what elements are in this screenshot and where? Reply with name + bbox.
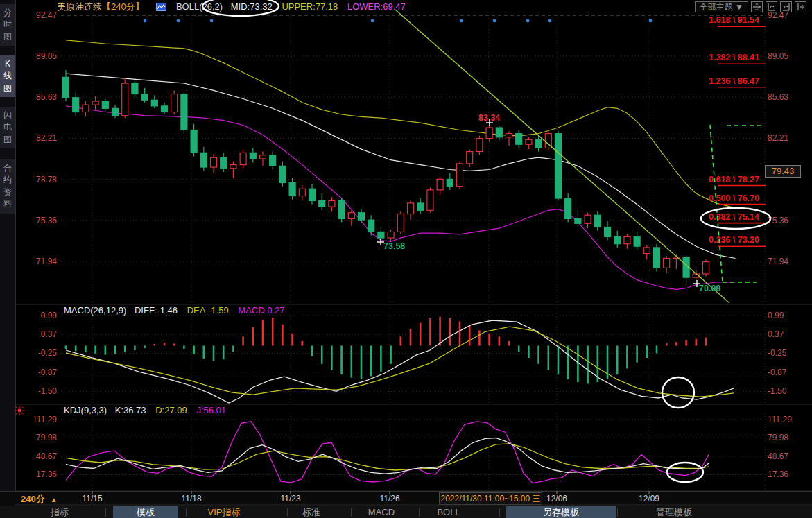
trading-terminal: 分时图K线图闪电图合约资料 美原油连续【240分】 BOLL(26,2) MID… xyxy=(0,0,812,518)
indicator-marker-icon[interactable] xyxy=(14,405,25,416)
macd-label: MACD(26,12,9) xyxy=(64,305,126,316)
chart-canvas[interactable] xyxy=(0,0,812,518)
theme-select-button[interactable]: 全部主题 ▼ xyxy=(695,1,748,12)
kdj-j-value: J:56.01 xyxy=(196,405,226,415)
macd-dea-value: DEA:-1.59 xyxy=(187,305,229,316)
kdj-header: KDJ(9,3,3) K:36.73 D:27.09 J:56.01 xyxy=(64,405,226,415)
collapse-right-icon[interactable] xyxy=(795,1,806,12)
topbar-tools: 全部主题 ▼ xyxy=(695,1,806,12)
macd-header: MACD(26,12,9) DIFF:-1.46 DEA:-1.59 MACD:… xyxy=(64,305,285,316)
axis-right-icon[interactable] xyxy=(780,1,792,12)
macd-diff-value: DIFF:-1.46 xyxy=(135,305,178,316)
kdj-k-value: K:36.73 xyxy=(115,405,146,415)
macd-macd-value: MACD:0.27 xyxy=(238,305,284,316)
candles-layer xyxy=(63,70,709,284)
kdj-label: KDJ(9,3,3) xyxy=(64,405,107,415)
kdj-d-value: D:27.09 xyxy=(155,405,187,415)
axis-left-icon[interactable] xyxy=(766,1,777,12)
pan-icon[interactable] xyxy=(751,1,763,12)
